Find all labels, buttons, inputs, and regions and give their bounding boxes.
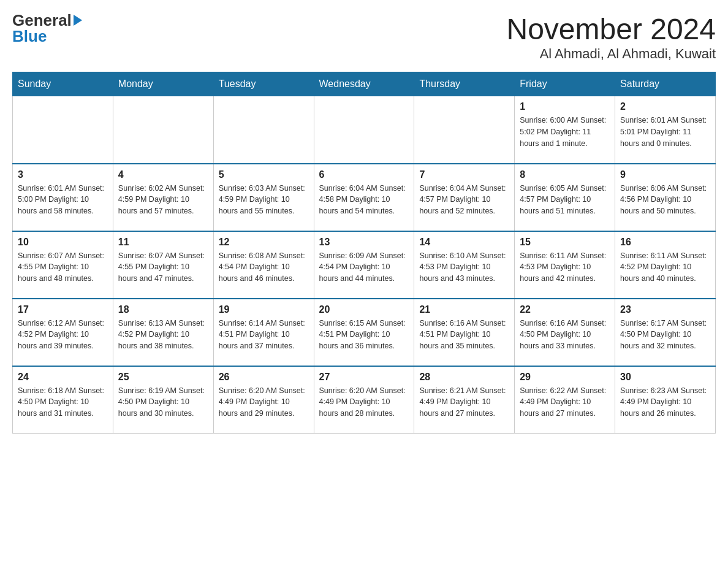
day-info: Sunrise: 6:07 AM Sunset: 4:55 PM Dayligh…	[18, 250, 108, 285]
logo-text-general: General	[12, 12, 72, 28]
calendar-week-row: 17Sunrise: 6:12 AM Sunset: 4:52 PM Dayli…	[13, 299, 716, 366]
calendar-cell: 4Sunrise: 6:02 AM Sunset: 4:59 PM Daylig…	[113, 164, 213, 231]
day-number: 17	[18, 304, 108, 315]
day-number: 7	[419, 169, 509, 180]
calendar-cell: 21Sunrise: 6:16 AM Sunset: 4:51 PM Dayli…	[414, 299, 515, 366]
day-number: 1	[520, 101, 610, 112]
calendar-cell	[13, 96, 113, 164]
calendar-cell: 9Sunrise: 6:06 AM Sunset: 4:56 PM Daylig…	[615, 164, 716, 231]
day-info: Sunrise: 6:12 AM Sunset: 4:52 PM Dayligh…	[18, 318, 108, 352]
day-info: Sunrise: 6:03 AM Sunset: 4:59 PM Dayligh…	[219, 183, 309, 217]
day-number: 21	[419, 304, 509, 315]
day-info: Sunrise: 6:18 AM Sunset: 4:50 PM Dayligh…	[18, 385, 108, 419]
weekday-header-monday: Monday	[113, 72, 213, 96]
calendar-cell: 20Sunrise: 6:15 AM Sunset: 4:51 PM Dayli…	[314, 299, 414, 366]
page-header: General Blue November 2024 Al Ahmadi, Al…	[12, 12, 716, 62]
calendar-cell: 11Sunrise: 6:07 AM Sunset: 4:55 PM Dayli…	[113, 231, 213, 299]
day-number: 18	[118, 304, 208, 315]
calendar-cell: 6Sunrise: 6:04 AM Sunset: 4:58 PM Daylig…	[314, 164, 414, 231]
logo-triangle-icon	[74, 15, 82, 26]
day-info: Sunrise: 6:16 AM Sunset: 4:50 PM Dayligh…	[520, 318, 610, 352]
day-info: Sunrise: 6:01 AM Sunset: 5:00 PM Dayligh…	[18, 183, 108, 217]
day-info: Sunrise: 6:01 AM Sunset: 5:01 PM Dayligh…	[620, 115, 710, 149]
calendar-cell: 26Sunrise: 6:20 AM Sunset: 4:49 PM Dayli…	[213, 366, 314, 434]
day-number: 26	[219, 372, 309, 383]
day-info: Sunrise: 6:02 AM Sunset: 4:59 PM Dayligh…	[118, 183, 208, 217]
day-info: Sunrise: 6:04 AM Sunset: 4:58 PM Dayligh…	[319, 183, 409, 217]
day-info: Sunrise: 6:20 AM Sunset: 4:49 PM Dayligh…	[319, 385, 409, 419]
calendar-week-row: 24Sunrise: 6:18 AM Sunset: 4:50 PM Dayli…	[13, 366, 716, 434]
calendar-cell: 18Sunrise: 6:13 AM Sunset: 4:52 PM Dayli…	[113, 299, 213, 366]
day-number: 30	[620, 372, 710, 383]
calendar-cell: 17Sunrise: 6:12 AM Sunset: 4:52 PM Dayli…	[13, 299, 113, 366]
day-number: 12	[219, 237, 309, 248]
calendar-cell: 30Sunrise: 6:23 AM Sunset: 4:49 PM Dayli…	[615, 366, 716, 434]
calendar-cell: 8Sunrise: 6:05 AM Sunset: 4:57 PM Daylig…	[515, 164, 615, 231]
weekday-header-friday: Friday	[515, 72, 615, 96]
day-number: 29	[520, 372, 610, 383]
day-info: Sunrise: 6:06 AM Sunset: 4:56 PM Dayligh…	[620, 183, 710, 217]
day-number: 10	[18, 237, 108, 248]
day-info: Sunrise: 6:04 AM Sunset: 4:57 PM Dayligh…	[419, 183, 509, 217]
day-number: 22	[520, 304, 610, 315]
calendar-cell: 23Sunrise: 6:17 AM Sunset: 4:50 PM Dayli…	[615, 299, 716, 366]
calendar-cell: 16Sunrise: 6:11 AM Sunset: 4:52 PM Dayli…	[615, 231, 716, 299]
day-info: Sunrise: 6:22 AM Sunset: 4:49 PM Dayligh…	[520, 385, 610, 419]
day-info: Sunrise: 6:19 AM Sunset: 4:50 PM Dayligh…	[118, 385, 208, 419]
calendar-cell: 2Sunrise: 6:01 AM Sunset: 5:01 PM Daylig…	[615, 96, 716, 164]
logo-text-blue: Blue	[12, 28, 82, 44]
day-number: 5	[219, 169, 309, 180]
day-number: 3	[18, 169, 108, 180]
day-info: Sunrise: 6:21 AM Sunset: 4:49 PM Dayligh…	[419, 385, 509, 419]
weekday-header-thursday: Thursday	[414, 72, 515, 96]
day-number: 19	[219, 304, 309, 315]
weekday-header-wednesday: Wednesday	[314, 72, 414, 96]
day-number: 9	[620, 169, 710, 180]
day-info: Sunrise: 6:20 AM Sunset: 4:49 PM Dayligh…	[219, 385, 309, 419]
calendar-cell: 3Sunrise: 6:01 AM Sunset: 5:00 PM Daylig…	[13, 164, 113, 231]
month-title: November 2024	[506, 12, 716, 46]
day-info: Sunrise: 6:07 AM Sunset: 4:55 PM Dayligh…	[118, 250, 208, 285]
day-number: 28	[419, 372, 509, 383]
calendar-cell: 5Sunrise: 6:03 AM Sunset: 4:59 PM Daylig…	[213, 164, 314, 231]
day-number: 15	[520, 237, 610, 248]
day-number: 11	[118, 237, 208, 248]
day-info: Sunrise: 6:17 AM Sunset: 4:50 PM Dayligh…	[620, 318, 710, 352]
day-number: 24	[18, 372, 108, 383]
day-info: Sunrise: 6:15 AM Sunset: 4:51 PM Dayligh…	[319, 318, 409, 352]
day-number: 2	[620, 101, 710, 112]
day-number: 13	[319, 237, 409, 248]
day-number: 23	[620, 304, 710, 315]
day-info: Sunrise: 6:23 AM Sunset: 4:49 PM Dayligh…	[620, 385, 710, 419]
calendar-cell	[414, 96, 515, 164]
day-info: Sunrise: 6:16 AM Sunset: 4:51 PM Dayligh…	[419, 318, 509, 352]
day-number: 14	[419, 237, 509, 248]
day-info: Sunrise: 6:11 AM Sunset: 4:53 PM Dayligh…	[520, 250, 610, 285]
day-number: 6	[319, 169, 409, 180]
calendar-cell: 29Sunrise: 6:22 AM Sunset: 4:49 PM Dayli…	[515, 366, 615, 434]
day-number: 8	[520, 169, 610, 180]
weekday-header-tuesday: Tuesday	[213, 72, 314, 96]
day-info: Sunrise: 6:08 AM Sunset: 4:54 PM Dayligh…	[219, 250, 309, 285]
logo: General Blue	[12, 12, 82, 44]
calendar-week-row: 1Sunrise: 6:00 AM Sunset: 5:02 PM Daylig…	[13, 96, 716, 164]
calendar-cell: 1Sunrise: 6:00 AM Sunset: 5:02 PM Daylig…	[515, 96, 615, 164]
calendar-cell: 14Sunrise: 6:10 AM Sunset: 4:53 PM Dayli…	[414, 231, 515, 299]
calendar-cell: 24Sunrise: 6:18 AM Sunset: 4:50 PM Dayli…	[13, 366, 113, 434]
day-info: Sunrise: 6:05 AM Sunset: 4:57 PM Dayligh…	[520, 183, 610, 217]
day-number: 16	[620, 237, 710, 248]
day-number: 25	[118, 372, 208, 383]
day-number: 27	[319, 372, 409, 383]
calendar-cell: 15Sunrise: 6:11 AM Sunset: 4:53 PM Dayli…	[515, 231, 615, 299]
calendar-header-row: SundayMondayTuesdayWednesdayThursdayFrid…	[13, 72, 716, 96]
calendar-cell: 27Sunrise: 6:20 AM Sunset: 4:49 PM Dayli…	[314, 366, 414, 434]
day-info: Sunrise: 6:13 AM Sunset: 4:52 PM Dayligh…	[118, 318, 208, 352]
calendar-table: SundayMondayTuesdayWednesdayThursdayFrid…	[12, 72, 716, 434]
calendar-cell: 13Sunrise: 6:09 AM Sunset: 4:54 PM Dayli…	[314, 231, 414, 299]
calendar-cell	[314, 96, 414, 164]
calendar-week-row: 10Sunrise: 6:07 AM Sunset: 4:55 PM Dayli…	[13, 231, 716, 299]
calendar-cell: 28Sunrise: 6:21 AM Sunset: 4:49 PM Dayli…	[414, 366, 515, 434]
day-info: Sunrise: 6:00 AM Sunset: 5:02 PM Dayligh…	[520, 115, 610, 149]
day-number: 20	[319, 304, 409, 315]
day-info: Sunrise: 6:10 AM Sunset: 4:53 PM Dayligh…	[419, 250, 509, 285]
